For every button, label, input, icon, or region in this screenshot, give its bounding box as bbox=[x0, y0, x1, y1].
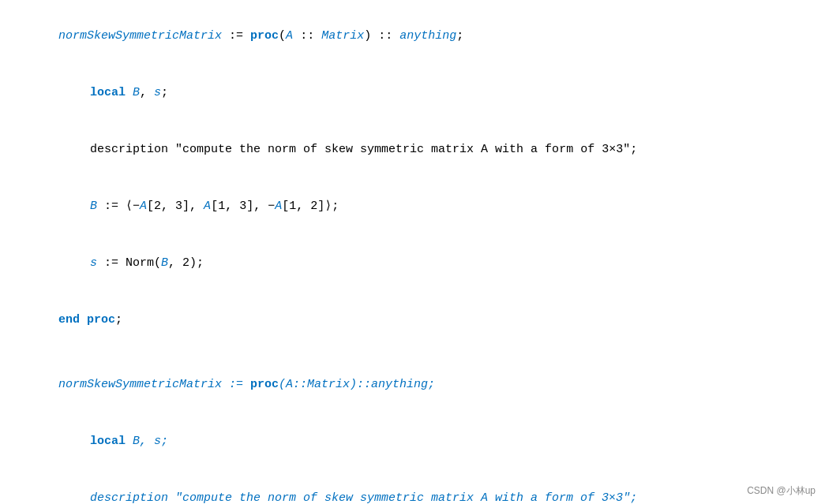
code-line-1-6: end proc; bbox=[16, 292, 809, 349]
code-line-1-3: description "compute the norm of skew sy… bbox=[16, 121, 809, 178]
code-line-2-2: local B, s; bbox=[16, 413, 809, 470]
code-line-2-3: description "compute the norm of skew sy… bbox=[16, 470, 809, 504]
code-line-1-5: s := Norm(B, 2); bbox=[16, 235, 809, 292]
main-content: normSkewSymmetricMatrix := proc(A :: Mat… bbox=[0, 0, 825, 504]
code-block-2: normSkewSymmetricMatrix := proc(A::Matri… bbox=[16, 357, 809, 504]
code-line-1-2: local B, s; bbox=[16, 65, 809, 121]
code-line-1-1: normSkewSymmetricMatrix := proc(A :: Mat… bbox=[16, 8, 809, 65]
code-line-1-4: B := ⟨−A[2, 3], A[1, 3], −A[1, 2]⟩; bbox=[16, 178, 809, 235]
watermark: CSDN @小林up bbox=[747, 484, 816, 498]
code-line-2-1: normSkewSymmetricMatrix := proc(A::Matri… bbox=[16, 357, 809, 413]
code-block-1: normSkewSymmetricMatrix := proc(A :: Mat… bbox=[16, 8, 809, 349]
